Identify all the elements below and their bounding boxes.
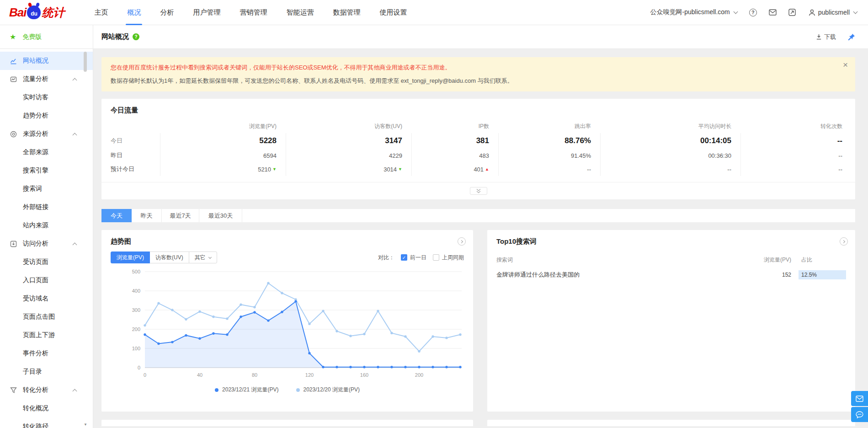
header-right-cluster: 公众嗅觉网-publicsmell.com publicsmell bbox=[650, 8, 857, 16]
sidebar-item-page-click-map[interactable]: 页面点击图 bbox=[0, 308, 93, 326]
svg-text:0: 0 bbox=[138, 365, 140, 370]
column-header-ip: IP数 bbox=[411, 119, 498, 133]
main-nav: 主页 概况 分析 用户管理 营销管理 智能运营 数据管理 使用设置 bbox=[85, 0, 416, 25]
pin-icon[interactable] bbox=[848, 33, 855, 41]
site-selector-dropdown[interactable]: 公众嗅觉网-publicsmell.com bbox=[650, 8, 737, 16]
chevron-down-icon bbox=[853, 10, 858, 14]
chevron-down-icon bbox=[733, 10, 738, 14]
tab-last-7-days[interactable]: 最近7天 bbox=[162, 209, 199, 222]
legend-dot-dec20 bbox=[296, 388, 300, 392]
sidebar-item-event-analysis[interactable]: 事件分析 bbox=[0, 344, 93, 363]
svg-text:160: 160 bbox=[360, 372, 368, 378]
checkbox-unchecked-icon[interactable] bbox=[433, 254, 439, 261]
sidebar-item-conversion-overview[interactable]: 转化概况 bbox=[0, 399, 93, 417]
expand-more-button[interactable] bbox=[470, 187, 487, 195]
trend-controls: 浏览量(PV) 访客数(UV) 其它 对比： 前一日 bbox=[111, 251, 464, 263]
sidebar-item-all-sources[interactable]: 全部来源 bbox=[0, 143, 93, 161]
today-traffic-title: 今日流量 bbox=[111, 106, 855, 115]
username: publicsmell bbox=[818, 9, 850, 16]
column-header-ratio: 占比 bbox=[799, 256, 846, 264]
legend-item-dec20[interactable]: 2023/12/20 浏览量(PV) bbox=[296, 386, 360, 394]
apps-icon[interactable] bbox=[788, 9, 796, 16]
chat-bubble-icon bbox=[856, 411, 863, 418]
compare-option-previous-day[interactable]: 前一日 bbox=[401, 254, 426, 262]
today-traffic-card: 今日流量 浏览量(PV) 访客数(UV) IP数 跳出率 平均访问时长 转化次数… bbox=[101, 99, 855, 199]
feedback-mail-button[interactable] bbox=[851, 391, 868, 406]
nav-marketing[interactable]: 营销管理 bbox=[230, 0, 277, 25]
sidebar-item-site-overview[interactable]: 网站概况 bbox=[0, 52, 93, 70]
sidebar-item-entry-pages[interactable]: 入口页面 bbox=[0, 271, 93, 289]
compare-controls: 对比： 前一日 上周同期 bbox=[378, 254, 464, 262]
trend-up-icon bbox=[485, 167, 489, 171]
sidebar-item-search-engines[interactable]: 搜索引擎 bbox=[0, 161, 93, 180]
sidebar-item-search-terms[interactable]: 搜索词 bbox=[0, 180, 93, 198]
sidebar-item-trend-analysis[interactable]: 趋势分析 bbox=[0, 107, 93, 125]
traffic-row-today: 今日 5228 3147 381 88.76% 00:14:05 -- bbox=[101, 133, 855, 149]
sidebar-scrollbar-thumb[interactable] bbox=[84, 52, 87, 72]
nav-data-management[interactable]: 数据管理 bbox=[323, 0, 370, 25]
metric-button-other[interactable]: 其它 bbox=[189, 251, 217, 263]
sidebar-item-internal-sources[interactable]: 站内来源 bbox=[0, 216, 93, 235]
legend-item-dec21[interactable]: 2023/12/21 浏览量(PV) bbox=[215, 386, 278, 394]
legend-dot-dec21 bbox=[215, 388, 218, 392]
nav-smart-operation[interactable]: 智能运营 bbox=[277, 0, 323, 25]
metric-button-pv[interactable]: 浏览量(PV) bbox=[111, 251, 150, 263]
help-icon[interactable] bbox=[749, 9, 757, 16]
nav-settings[interactable]: 使用设置 bbox=[370, 0, 416, 25]
sidebar-section-conversion-analysis[interactable]: 转化分析 bbox=[0, 381, 93, 399]
panel-detail-arrow-icon[interactable] bbox=[840, 237, 848, 246]
chevron-up-icon bbox=[73, 389, 77, 393]
tab-last-30-days[interactable]: 最近30天 bbox=[199, 209, 242, 222]
sidebar-item-subdirectory[interactable]: 子目录 bbox=[0, 363, 93, 381]
user-menu[interactable]: publicsmell bbox=[809, 9, 857, 16]
svg-text:40: 40 bbox=[197, 372, 202, 378]
sidebar: 免费版 网站概况 流量分析 实时访客 趋势分析 bbox=[0, 25, 93, 428]
star-icon bbox=[10, 32, 16, 41]
nav-overview[interactable]: 概况 bbox=[117, 0, 150, 25]
trend-chart-panel: 趋势图 浏览量(PV) 访客数(UV) 其它 对比： bbox=[101, 230, 473, 412]
svg-text:400: 400 bbox=[132, 288, 140, 294]
compare-option-same-day-last-week[interactable]: 上周同期 bbox=[433, 254, 464, 262]
page-toolbar: 网站概况 下载 bbox=[93, 25, 868, 49]
keyword-pv-value: 152 bbox=[759, 272, 791, 278]
today-traffic-table: 浏览量(PV) 访客数(UV) IP数 跳出率 平均访问时长 转化次数 今日 5… bbox=[101, 119, 855, 176]
sidebar-item-page-flow[interactable]: 页面上下游 bbox=[0, 326, 93, 344]
download-button[interactable]: 下载 bbox=[816, 33, 836, 41]
sidebar-section-visit-analysis[interactable]: 访问分析 bbox=[0, 235, 93, 253]
sidebar-section-traffic-analysis[interactable]: 流量分析 bbox=[0, 70, 93, 88]
nav-analysis[interactable]: 分析 bbox=[150, 0, 183, 25]
sidebar-item-conversion-path[interactable]: 转化路径 bbox=[0, 417, 93, 428]
column-header-avg-duration: 平均访问时长 bbox=[600, 119, 740, 133]
baidu-tongji-logo[interactable]: Bai du 统计 bbox=[9, 5, 64, 20]
chevron-up-icon bbox=[73, 133, 77, 137]
source-icon bbox=[10, 131, 17, 138]
nav-home[interactable]: 主页 bbox=[85, 0, 117, 25]
sidebar-item-visited-pages[interactable]: 受访页面 bbox=[0, 253, 93, 271]
help-badge-icon[interactable] bbox=[133, 33, 139, 40]
checkbox-checked-icon[interactable] bbox=[401, 254, 407, 261]
nav-user-management[interactable]: 用户管理 bbox=[183, 0, 230, 25]
sidebar-item-external-links[interactable]: 外部链接 bbox=[0, 198, 93, 216]
metric-button-uv[interactable]: 访客数(UV) bbox=[149, 251, 189, 263]
mail-icon[interactable] bbox=[769, 9, 777, 16]
compare-label: 对比： bbox=[378, 254, 394, 262]
sidebar-section-source-analysis[interactable]: 来源分析 bbox=[0, 125, 93, 143]
traffic-icon bbox=[10, 76, 17, 83]
plan-badge[interactable]: 免费版 bbox=[0, 25, 93, 49]
svg-text:0: 0 bbox=[144, 372, 146, 378]
column-header-pv: 浏览量(PV) bbox=[759, 256, 791, 264]
online-service-button[interactable] bbox=[851, 407, 868, 422]
tab-yesterday[interactable]: 昨天 bbox=[132, 209, 162, 222]
sidebar-scroll-down-arrow[interactable] bbox=[82, 421, 89, 428]
sidebar-item-visited-domains[interactable]: 受访域名 bbox=[0, 289, 93, 308]
close-icon[interactable] bbox=[843, 61, 848, 69]
column-header-pv: 浏览量(PV) bbox=[160, 119, 286, 133]
keyword-text: 金牌讲师通过什么路径去美国的 bbox=[496, 271, 759, 279]
sidebar-item-realtime-visitors[interactable]: 实时访客 bbox=[0, 88, 93, 107]
notice-warning-text: 您在使用百度统计服务过程中看到搜索词或者关键词，仅能用于站长的SEO或SEM优化… bbox=[111, 63, 837, 72]
traffic-row-forecast: 预计今日 5210 3014 401 -- -- -- bbox=[101, 162, 855, 176]
panel-detail-arrow-icon[interactable] bbox=[458, 237, 466, 246]
tab-today[interactable]: 今天 bbox=[101, 209, 132, 222]
trend-down-icon bbox=[398, 167, 402, 171]
chevron-down-icon bbox=[208, 255, 212, 258]
